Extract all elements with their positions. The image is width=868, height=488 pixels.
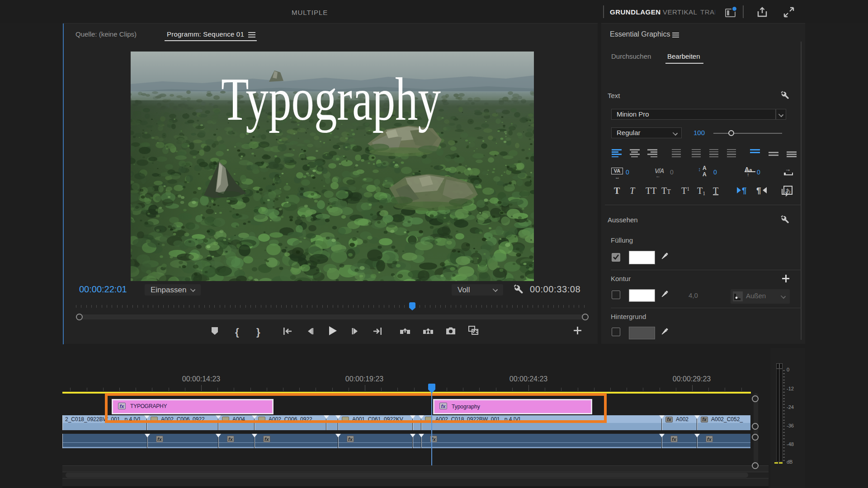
svg-text:Typography: Typography — [221, 65, 441, 133]
